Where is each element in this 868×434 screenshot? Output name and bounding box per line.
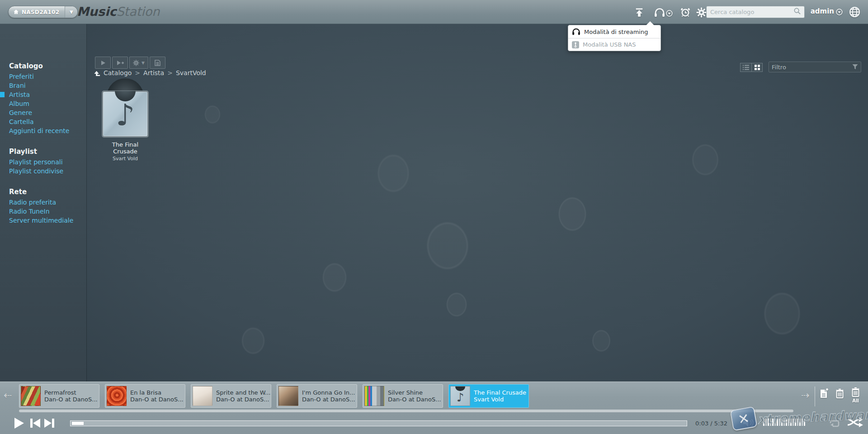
gear-icon [696,7,707,18]
caret-circle-icon [836,9,843,15]
time-display: 0:03 / 5:32 [695,420,727,427]
save-playlist-button[interactable] [820,388,829,400]
home-icon [13,9,19,15]
grid-view-icon [755,65,760,70]
logo-station: Station [116,5,160,19]
globe-icon [849,6,860,18]
previous-track-button[interactable] [30,418,41,430]
queue-scroll-right-button[interactable]: ⇢ [801,390,809,401]
track-artist: Svart Vold [474,396,526,403]
add-to-playlist-button[interactable] [112,57,128,69]
upload-button[interactable] [634,7,644,18]
queue-track-permafrost[interactable]: Permafrost Dan-O at DanoS... [19,384,99,408]
playback-toolbar: ▼ [95,57,165,69]
caret-down-icon: ▼ [70,10,73,14]
sidebar-item-artista[interactable]: Artista [0,90,86,99]
menu-item-usb-nas-mode[interactable]: Modalità USB NAS [568,38,660,51]
streaming-mode-button[interactable] [654,8,665,17]
view-toggles [740,63,763,72]
nas-selector-main[interactable]: NASD2A102 [9,6,65,18]
alarm-clock-icon [680,7,691,18]
sidebar-item-genere[interactable]: Genere [0,108,86,117]
queue-scrollbar[interactable] [19,410,793,412]
search-icon[interactable] [794,8,801,16]
music-note-icon: ♪ [116,100,135,130]
play-add-icon [117,60,124,66]
sidebar-item-playlist-condivise[interactable]: Playlist condivise [0,167,86,176]
sidebar-item-cartella[interactable]: Cartella [0,117,86,126]
language-button[interactable] [849,6,860,18]
streaming-mode-menu: Modalità di streaming Modalità USB NAS [568,25,661,51]
album-artist: Svart Vold [100,156,150,162]
queue-track-im-gonna-go[interactable]: I'm Gonna Go In... Dan-O at DanoS... [277,384,357,408]
track-title: Sprite and the W... [216,389,271,396]
details-button[interactable] [150,57,165,69]
next-track-button[interactable] [44,418,55,430]
queue-track-silver-shine[interactable]: Silver Shine Dan-O at DanoS... [363,384,443,408]
seek-bar[interactable] [70,420,687,426]
sidebar-title-playlist: Playlist [0,148,86,156]
settings-button[interactable] [696,7,707,18]
document-icon [155,60,160,66]
play-selection-button[interactable] [95,57,111,69]
sidebar-section-playlist: Playlist Playlist personali Playlist con… [0,148,86,176]
breadcrumb-separator: > [167,69,173,76]
track-artist: Dan-O at DanoS... [130,396,184,403]
options-button[interactable]: ▼ [129,57,148,69]
sidebar-item-brani[interactable]: Brani [0,81,86,90]
caret-circle-icon [666,10,673,17]
list-view-icon [743,65,749,70]
app-header: NASD2A102 ▼ MusicStation [0,0,868,24]
sidebar-title-rete: Rete [0,188,86,196]
clear-queue-button[interactable]: All [852,387,859,403]
sidebar-title-catalogo: Catalogo [0,62,86,70]
filter-box [769,62,861,72]
nas-selector-caret[interactable]: ▼ [65,6,77,18]
sidebar-item-preferiti[interactable]: Preferiti [0,72,86,81]
grid-view-button[interactable] [751,63,763,72]
menu-item-label: Modalità USB NAS [583,41,636,48]
user-menu[interactable]: admin [811,7,834,15]
gear-icon [133,60,139,66]
track-title: I'm Gonna Go In... [302,389,355,396]
filter-input[interactable] [772,64,852,71]
headphones-icon [572,28,580,35]
search-input[interactable] [710,9,794,15]
queue-track-final-crusade-active[interactable]: ♪ The Final Crusade Svart Vold [448,384,529,408]
sidebar-item-server-multimediale[interactable]: Server multimediale [0,216,86,225]
queue-scroll-left-button[interactable]: ⇠ [4,390,12,401]
trash-all-icon [852,387,859,397]
breadcrumb-artista[interactable]: Artista [143,69,164,76]
sidebar-item-playlist-personali[interactable]: Playlist personali [0,157,86,167]
album-art-thumbnail [364,386,384,406]
seek-handle[interactable] [72,422,84,425]
menu-item-label: Modalità di streaming [584,29,648,35]
nas-selector[interactable]: NASD2A102 ▼ [8,6,78,18]
go-up-icon[interactable] [94,70,100,76]
play-button[interactable] [14,417,24,431]
list-view-button[interactable] [740,63,751,72]
user-menu-caret[interactable] [836,9,843,15]
album-art-thumbnail [278,386,298,406]
caret-down-icon: ▼ [142,61,145,65]
streaming-mode-caret[interactable] [666,10,673,17]
breadcrumb-svartvold[interactable]: SvartVold [176,69,206,76]
sidebar-item-radio-tunein[interactable]: Radio TuneIn [0,207,86,216]
track-artist: Dan-O at DanoS... [44,396,98,403]
sidebar-item-aggiunti-di-recente[interactable]: Aggiunti di recente [0,126,86,135]
queue-track-sprite[interactable]: Sprite and the W... Dan-O at DanoS... [191,384,271,408]
menu-item-streaming-mode[interactable]: Modalità di streaming [568,25,660,38]
sidebar-item-radio-preferita[interactable]: Radio preferita [0,198,86,207]
alarm-button[interactable] [680,7,691,18]
breadcrumb-catalogo[interactable]: Catalogo [104,69,132,76]
sidebar-item-album[interactable]: Album [0,99,86,108]
watermark-logo: ✕ [730,406,757,431]
remove-track-button[interactable] [836,389,844,400]
nas-name: NASD2A102 [22,9,59,15]
funnel-icon [852,63,858,72]
breadcrumb: Catalogo > Artista > SvartVold [94,69,206,76]
trash-icon [836,389,844,398]
album-tile[interactable]: ♪ The Final Crusade Svart Vold [100,78,150,162]
queue-track-en-la-brisa[interactable]: En la Brisa Dan-O at DanoS... [105,384,185,408]
add-playlist-icon [820,388,829,398]
